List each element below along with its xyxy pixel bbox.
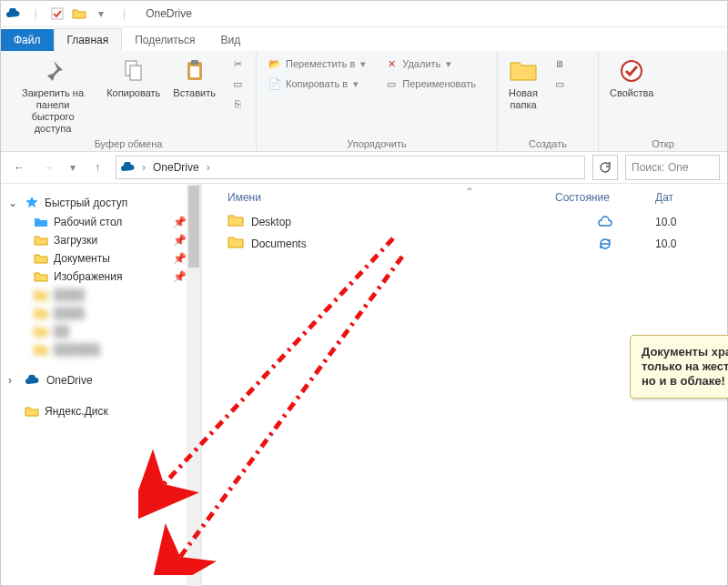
qat-dropdown-icon[interactable]: ▾ xyxy=(92,5,110,23)
nav-tree: ⌄ Быстрый доступ Рабочий стол📌 Загрузки📌… xyxy=(1,184,202,586)
tree-onedrive[interactable]: › OneDrive xyxy=(6,371,197,389)
scrollbar-thumb[interactable] xyxy=(188,186,199,268)
paste-icon xyxy=(180,56,209,86)
paste-shortcut-button[interactable]: ⎘ xyxy=(227,95,248,113)
star-icon xyxy=(25,196,39,210)
ribbon: Закрепить на панели быстрого доступа Коп… xyxy=(1,51,727,152)
folder-icon xyxy=(34,344,48,355)
window-title: OneDrive xyxy=(146,7,192,20)
onedrive-cloud-icon xyxy=(5,5,23,23)
copy-to-button[interactable]: 📄Копировать в▾ xyxy=(264,75,369,93)
shortcut-icon: ⎘ xyxy=(230,96,245,111)
path-icon: ▭ xyxy=(230,76,245,91)
new-item-icon: 🗎 xyxy=(552,56,567,71)
crumb-onedrive[interactable]: OneDrive xyxy=(151,161,201,174)
delete-icon: ✕ xyxy=(384,56,399,71)
move-to-button[interactable]: 📂Переместить в▾ xyxy=(264,55,369,73)
copy-icon xyxy=(119,56,148,86)
chevron-right-icon[interactable]: › xyxy=(140,161,147,174)
group-clipboard-label: Буфер обмена xyxy=(8,136,248,149)
check-circle-icon xyxy=(617,56,646,86)
tab-share[interactable]: Поделиться xyxy=(122,29,207,51)
file-date: 10.0 xyxy=(655,216,710,228)
delete-button[interactable]: ✕Удалить▾ xyxy=(380,55,480,73)
tree-quick-access[interactable]: ⌄ Быстрый доступ xyxy=(6,193,197,213)
tab-file[interactable]: Файл xyxy=(1,29,54,51)
nav-up-button[interactable]: ↑ xyxy=(86,157,108,178)
file-list-pane: Имени ⌃ Состояние Дат Desktop 10.0 Docum… xyxy=(202,184,727,586)
nav-back-button[interactable]: ← xyxy=(8,157,30,178)
refresh-button[interactable] xyxy=(592,155,618,180)
folder-icon xyxy=(34,253,48,264)
scissors-icon: ✂ xyxy=(230,56,245,71)
tree-scrollbar[interactable] xyxy=(187,184,201,586)
new-folder-button[interactable]: Новая папка xyxy=(505,55,541,113)
file-row[interactable]: Documents 10.0 xyxy=(228,233,727,255)
svg-rect-4 xyxy=(191,60,198,65)
tree-item-documents[interactable]: Документы📌 xyxy=(6,249,197,268)
easy-access-button[interactable]: ▭ xyxy=(549,75,571,93)
folder-icon xyxy=(34,235,48,246)
column-state[interactable]: Состояние xyxy=(555,191,655,204)
paste-button[interactable]: Вставить xyxy=(169,55,219,101)
pin-icon: 📌 xyxy=(173,234,187,247)
copy-path-button[interactable]: ▭ xyxy=(227,75,248,93)
pin-icon: 📌 xyxy=(173,216,187,228)
svg-line-9 xyxy=(180,257,402,557)
qat-divider: | xyxy=(26,5,45,23)
copy-button[interactable]: Копировать xyxy=(103,55,164,101)
rename-button[interactable]: ▭Переименовать xyxy=(380,75,480,93)
tree-item-pictures[interactable]: Изображения📌 xyxy=(6,268,197,286)
nav-recent-button[interactable]: ▾ xyxy=(66,157,79,178)
folder-icon xyxy=(25,406,39,417)
folder-icon xyxy=(34,289,48,300)
pin-to-quick-access-button[interactable]: Закрепить на панели быстрого доступа xyxy=(8,55,97,136)
properties-button[interactable]: Свойства xyxy=(606,55,657,101)
ribbon-tabs: Файл Главная Поделиться Вид xyxy=(1,27,727,51)
tree-item-blurred[interactable]: ████ xyxy=(6,286,197,304)
file-row[interactable]: Desktop 10.0 xyxy=(228,211,727,233)
file-name: Desktop xyxy=(251,216,555,228)
cut-button[interactable]: ✂ xyxy=(227,55,248,73)
svg-rect-2 xyxy=(130,66,141,80)
chevron-right-icon[interactable]: › xyxy=(205,161,212,174)
column-date[interactable]: Дат xyxy=(655,191,710,204)
qat-check-icon[interactable] xyxy=(48,5,66,23)
onedrive-cloud-icon xyxy=(25,375,41,386)
tab-view[interactable]: Вид xyxy=(207,29,253,51)
chevron-down-icon[interactable]: ⌄ xyxy=(8,197,19,209)
pin-icon: 📌 xyxy=(173,252,187,265)
svg-rect-5 xyxy=(190,66,199,77)
tree-item-blurred[interactable]: ██████ xyxy=(6,340,197,359)
new-item-button[interactable]: 🗎 xyxy=(549,55,571,73)
address-bar: ← → ▾ ↑ › OneDrive › Поиск: One xyxy=(1,152,727,184)
group-open-label: Откр xyxy=(606,136,720,149)
breadcrumb[interactable]: › OneDrive › xyxy=(116,156,585,179)
rename-icon: ▭ xyxy=(384,76,399,91)
search-input[interactable]: Поиск: One xyxy=(625,155,720,180)
nav-forward-button[interactable]: → xyxy=(37,157,59,178)
folder-icon xyxy=(34,308,48,318)
new-folder-icon xyxy=(509,56,538,86)
tree-item-desktop[interactable]: Рабочий стол📌 xyxy=(6,213,197,231)
tree-item-blurred[interactable]: ████ xyxy=(6,304,197,322)
tree-yandex-disk[interactable]: › Яндекс.Диск xyxy=(6,402,197,420)
folder-icon xyxy=(34,271,48,282)
column-name[interactable]: Имени ⌃ xyxy=(228,191,555,204)
tree-item-downloads[interactable]: Загрузки📌 xyxy=(6,231,197,249)
group-organize-label: Упорядочить xyxy=(264,136,490,149)
group-new-label: Создать xyxy=(505,136,591,149)
copyto-icon: 📄 xyxy=(268,76,282,91)
chevron-right-icon[interactable]: › xyxy=(8,374,19,387)
tree-item-blurred[interactable]: ██ xyxy=(6,322,197,340)
title-bar: | ▾ | OneDrive xyxy=(1,1,727,27)
qat-folder-icon[interactable] xyxy=(70,5,88,23)
pin-icon: 📌 xyxy=(173,270,187,283)
tab-home[interactable]: Главная xyxy=(54,28,123,51)
file-name: Documents xyxy=(251,237,555,250)
move-icon: 📂 xyxy=(268,56,282,71)
svg-rect-0 xyxy=(52,8,63,19)
easy-access-icon: ▭ xyxy=(552,76,567,91)
title-separator: | xyxy=(123,7,126,20)
folder-icon xyxy=(228,236,244,252)
